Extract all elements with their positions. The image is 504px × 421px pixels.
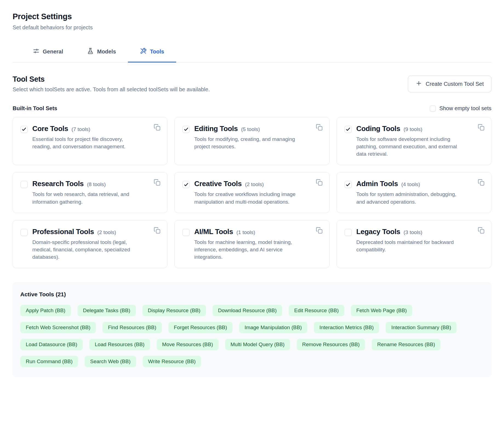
active-tool-tag: Forget Resources (BB) — [168, 322, 233, 333]
active-tools-tag-list: Apply Patch (BB)Delegate Tasks (BB)Displ… — [20, 305, 478, 367]
copy-icon[interactable] — [477, 226, 485, 234]
toolset-description: Tools for web research, data retrieval, … — [32, 190, 135, 205]
toolset-count: (7 tools) — [71, 126, 90, 132]
toolset-description: Tools for modifying, creating, and manag… — [194, 135, 297, 150]
toolset-card-body: Legacy Tools (3 tools) Deprecated tools … — [356, 227, 483, 261]
flask-icon — [87, 48, 94, 56]
page-title: Project Settings — [13, 12, 491, 21]
toolset-description: Tools for software development including… — [356, 135, 459, 158]
toolset-title: Professional Tools — [32, 227, 94, 236]
toolset-card: Coding Tools (9 tools) Tools for softwar… — [337, 117, 491, 165]
toolsets-section-title: Tool Sets — [13, 75, 210, 84]
active-tool-tag: Fetch Web Page (BB) — [351, 305, 412, 316]
active-tool-tag: Find Resources (BB) — [102, 322, 162, 333]
toolset-count: (2 tools) — [245, 181, 264, 187]
active-tool-tag: Load Datasource (BB) — [20, 339, 83, 350]
sliders-icon — [33, 48, 39, 56]
toolset-title: AI/ML Tools — [194, 227, 233, 236]
toolset-card: Editing Tools (5 tools) Tools for modify… — [174, 117, 329, 165]
toolset-checkbox[interactable] — [182, 181, 190, 188]
active-tool-tag: Write Resource (BB) — [143, 356, 201, 367]
toolset-card-body: Editing Tools (5 tools) Tools for modify… — [194, 124, 321, 158]
copy-icon[interactable] — [477, 178, 485, 186]
toolset-title: Editing Tools — [194, 124, 238, 133]
toolset-description: Domain-specific professional tools (lega… — [32, 238, 135, 261]
toolset-title: Core Tools — [32, 124, 68, 133]
toolset-title: Research Tools — [32, 180, 84, 188]
toolset-count: (1 tools) — [236, 229, 255, 235]
active-tool-tag: Interaction Summary (BB) — [386, 322, 457, 333]
copy-icon[interactable] — [315, 226, 323, 234]
toolset-card-body: Creative Tools (2 tools) Tools for creat… — [194, 180, 321, 205]
active-tool-tag: Download Resource (BB) — [213, 305, 282, 316]
toolset-checkbox[interactable] — [182, 229, 190, 236]
toolset-count: (2 tools) — [97, 229, 116, 235]
active-tool-tag: Load Resources (BB) — [89, 339, 150, 350]
active-tool-tag: Display Resource (BB) — [142, 305, 206, 316]
toolset-title: Legacy Tools — [356, 227, 400, 236]
copy-icon[interactable] — [315, 178, 323, 186]
toolset-checkbox[interactable] — [21, 181, 28, 188]
toolset-checkbox[interactable] — [21, 126, 28, 133]
toolset-card-body: AI/ML Tools (1 tools) Tools for machine … — [194, 227, 321, 261]
project-settings-page: Project Settings Set default behaviors f… — [0, 0, 504, 384]
toolset-checkbox[interactable] — [21, 229, 28, 236]
toolset-card: AI/ML Tools (1 tools) Tools for machine … — [174, 220, 329, 268]
toolset-description: Tools for creative workflows including i… — [194, 190, 297, 205]
create-button-label: Create Custom Tool Set — [426, 81, 484, 87]
active-tool-tag: Search Web (BB) — [85, 356, 136, 367]
toolset-card: Research Tools (8 tools) Tools for web r… — [13, 172, 167, 213]
page-subtitle: Set default behaviors for projects — [13, 24, 491, 31]
builtin-tool-sets-label: Built-in Tool Sets — [13, 105, 57, 112]
toolset-checkbox[interactable] — [345, 126, 352, 133]
active-tool-tag: Apply Patch (BB) — [20, 305, 71, 316]
active-tool-tag: Remove Resources (BB) — [297, 339, 365, 350]
active-tool-tag: Delegate Tasks (BB) — [78, 305, 136, 316]
toolset-card-body: Admin Tools (4 tools) Tools for system a… — [356, 180, 483, 205]
settings-tabs: General Models Tools — [13, 46, 491, 62]
show-empty-tool-sets-toggle[interactable]: Show empty tool sets — [430, 105, 491, 112]
show-empty-label: Show empty tool sets — [439, 105, 491, 112]
active-tool-tag: Run Command (BB) — [20, 356, 78, 367]
toolsets-section-subtitle: Select which toolSets are active. Tools … — [13, 86, 210, 93]
active-tool-tag: Rename Resources (BB) — [372, 339, 440, 350]
toolset-card: Legacy Tools (3 tools) Deprecated tools … — [337, 220, 491, 268]
toolset-description: Tools for system administration, debuggi… — [356, 190, 459, 205]
toolset-card: Admin Tools (4 tools) Tools for system a… — [337, 172, 491, 213]
active-tool-tag: Image Manipulation (BB) — [239, 322, 307, 333]
toolset-card-body: Professional Tools (2 tools) Domain-spec… — [32, 227, 159, 261]
active-tool-tag: Edit Resource (BB) — [289, 305, 344, 316]
tab-models[interactable]: Models — [75, 46, 128, 62]
toolset-title: Admin Tools — [356, 180, 398, 188]
active-tool-tag: Move Resources (BB) — [157, 339, 219, 350]
toolset-count: (4 tools) — [401, 181, 420, 187]
active-tools-panel: Active Tools (21) Apply Patch (BB)Delega… — [13, 282, 491, 377]
copy-icon[interactable] — [315, 123, 323, 131]
copy-icon[interactable] — [153, 123, 161, 131]
plus-icon — [416, 80, 422, 88]
toolset-description: Essential tools for project file discove… — [32, 135, 135, 150]
toolset-checkbox[interactable] — [345, 229, 352, 236]
toolset-title: Creative Tools — [194, 180, 242, 188]
toolsets-heading-group: Tool Sets Select which toolSets are acti… — [13, 75, 210, 93]
tab-general[interactable]: General — [21, 46, 75, 62]
toolset-count: (3 tools) — [403, 229, 422, 235]
toolset-card-body: Core Tools (7 tools) Essential tools for… — [32, 124, 159, 158]
copy-icon[interactable] — [153, 178, 161, 186]
active-tools-title: Active Tools (21) — [20, 291, 484, 298]
toolset-card: Core Tools (7 tools) Essential tools for… — [13, 117, 167, 165]
tools-icon — [140, 48, 147, 56]
toolset-grid: Core Tools (7 tools) Essential tools for… — [13, 117, 491, 268]
toolset-checkbox[interactable] — [345, 181, 352, 188]
show-empty-checkbox[interactable] — [430, 106, 436, 112]
tab-label: Tools — [150, 49, 164, 55]
tab-tools[interactable]: Tools — [128, 46, 176, 62]
active-tool-tag: Multi Model Query (BB) — [225, 339, 290, 350]
toolset-card-body: Coding Tools (9 tools) Tools for softwar… — [356, 124, 483, 158]
active-tool-tag: Interaction Metrics (BB) — [314, 322, 379, 333]
copy-icon[interactable] — [153, 226, 161, 234]
create-custom-tool-set-button[interactable]: Create Custom Tool Set — [408, 76, 491, 92]
toolset-checkbox[interactable] — [182, 126, 190, 133]
toolset-card: Creative Tools (2 tools) Tools for creat… — [174, 172, 329, 213]
copy-icon[interactable] — [477, 123, 485, 131]
